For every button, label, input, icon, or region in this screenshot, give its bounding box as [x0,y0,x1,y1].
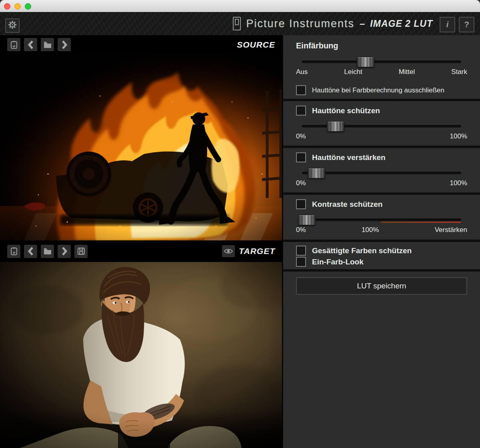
protect-skintones-slider [302,121,461,132]
einfaerbung-slider-track[interactable] [302,61,461,64]
help-icon: ? [464,20,469,29]
source-toolbar: SOURCE [0,35,283,54]
close-window-button[interactable] [4,3,10,10]
einfaerbung-slider-thumb[interactable] [357,57,374,67]
folder-icon [43,40,52,49]
one-color-look-label: Ein-Farb-Look [312,258,364,266]
protect-contrast-slider-thumb[interactable] [298,215,316,225]
picture-instruments-logo-icon [233,17,241,30]
target-paste-button[interactable] [7,245,20,258]
brand: Picture Instruments – IMAGE 2 LUT [233,12,433,35]
minimize-window-button[interactable] [14,3,21,10]
protect-skintones-slider-track[interactable] [302,125,461,128]
target-label: TARGET [239,246,275,256]
protect-saturated-colors-label: Gesättigte Farben schützen [312,246,412,255]
boost-skintones-checkbox[interactable] [296,152,306,162]
source-label: SOURCE [237,40,275,50]
brand-separator: – [360,18,365,29]
target-toolbar: TARGET [0,240,283,262]
chevron-left-icon [27,247,34,256]
brand-name: Picture Instruments [246,18,354,30]
boost-skintones-label: Hauttöne verstärken [312,153,386,162]
save-lut-button[interactable]: LUT speichern [296,277,467,295]
protect-contrast-slider-track[interactable] [302,219,461,222]
exclude-skintones-label: Hauttöne bei Farbberechnung ausschließen [312,86,444,94]
target-next-button[interactable] [58,245,71,258]
chevron-left-icon [27,40,34,49]
info-icon: i [446,20,449,29]
chevron-right-icon [61,40,68,49]
source-paste-button[interactable] [7,38,20,51]
protect-skintones-checkbox[interactable] [296,106,306,116]
clipboard-paste-icon [10,40,18,49]
one-color-look-checkbox[interactable] [296,257,306,267]
section-hauttoene-verstaerken: Hauttöne verstärken 0% 100% [283,148,480,192]
source-open-folder-button[interactable] [41,38,54,51]
info-button[interactable]: i [440,17,455,32]
folder-icon [43,247,52,256]
section-hauttoene-schuetzen: Hauttöne schützen 0% 100% [283,101,480,146]
source-previous-button[interactable] [24,38,37,51]
section-color-options: Gesättigte Farben schützen Ein-Farb-Look [283,242,480,269]
section-kontraste-schuetzen: Kontraste schützen 0% 100% Verstärken [283,195,480,240]
protect-contrast-slider [302,215,461,225]
boost-skintones-slider-track[interactable] [302,172,461,175]
protect-contrast-label: Kontraste schützen [312,200,382,209]
tick-mittel: Mittel [399,68,415,76]
einfaerbung-slider [302,57,461,67]
titlebar [0,0,480,12]
min-label: 0% [296,179,306,187]
scale-100: 100% [362,226,379,234]
boost-skintones-slider-thumb[interactable] [308,168,325,178]
app-window: Picture Instruments – IMAGE 2 LUT i ? [0,0,480,448]
einfaerbung-ticks: Aus Leicht Mittel Stark [296,68,467,76]
target-save-button[interactable] [74,245,88,258]
boost-skintones-slider [302,168,461,178]
target-previous-button[interactable] [24,245,37,258]
protect-skintones-label: Hauttöne schützen [312,106,380,115]
min-label: 0% [296,132,306,140]
zoom-window-button[interactable] [25,3,31,10]
exclude-skintones-checkbox[interactable] [296,85,306,95]
preview-toggle-button[interactable] [222,245,235,257]
einfaerbung-title: Einfärbung [296,41,467,50]
protect-skintones-slider-thumb[interactable] [327,121,344,132]
protect-contrast-checkbox[interactable] [296,199,306,209]
help-button[interactable]: ? [459,17,474,32]
scale-0: 0% [296,226,306,234]
section-einfaerbung: Einfärbung Aus Leicht Mittel Stark Hautt… [283,35,480,99]
save-floppy-icon [77,247,86,256]
gear-icon [8,20,17,31]
target-open-folder-button[interactable] [41,245,54,258]
source-image [0,54,283,240]
tick-leicht: Leicht [344,68,362,76]
target-image [0,262,283,448]
max-label: 100% [450,179,467,187]
scale-verstaerken: Verstärken [435,226,467,234]
app-toolbar: Picture Instruments – IMAGE 2 LUT i ? [0,12,480,36]
control-panel: Einfärbung Aus Leicht Mittel Stark Hautt… [283,35,480,448]
protect-saturated-colors-checkbox[interactable] [296,246,306,256]
settings-button[interactable] [5,18,20,33]
max-label: 100% [450,132,467,140]
clipboard-paste-icon [10,247,18,256]
eye-icon [224,248,233,254]
contrast-boost-range-indicator [381,222,461,223]
tick-stark: Stark [451,68,467,76]
chevron-right-icon [61,247,68,256]
source-next-button[interactable] [58,38,71,51]
section-save: LUT speichern [283,272,480,448]
tick-aus: Aus [296,68,308,76]
product-name: IMAGE 2 LUT [370,18,433,29]
